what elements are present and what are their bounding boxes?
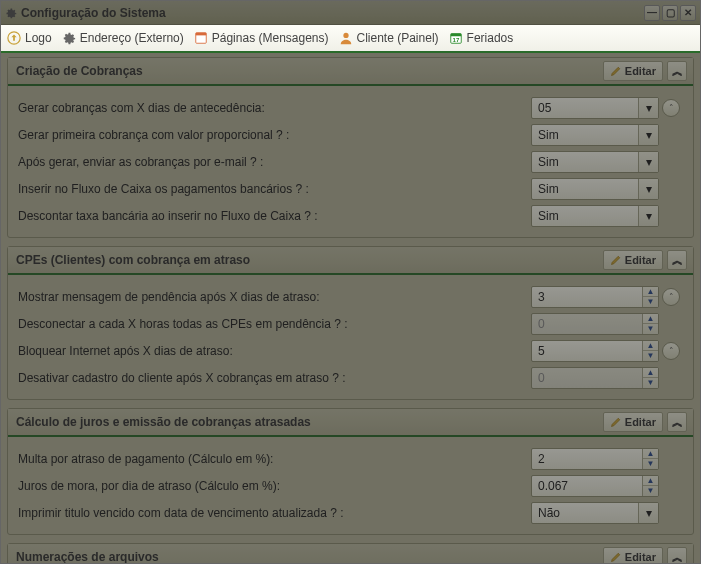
collapse-button[interactable]: ︽ [667, 547, 687, 563]
panel-numeracoes: Numerações de arquivos Editar ︽ Número s… [7, 543, 694, 563]
gear-icon [62, 31, 76, 45]
tab-endereco[interactable]: Endereço (Externo) [62, 31, 184, 45]
field-fluxo: Inserir no Fluxo de Caixa os pagamentos … [18, 175, 683, 202]
panel-cpes-atraso: CPEs (Clientes) com cobrança em atraso E… [7, 246, 694, 400]
config-window: Configuração do Sistema — ▢ ✕ Logo Ender… [0, 0, 701, 564]
field-label: Após gerar, enviar as cobranças por e-ma… [18, 155, 531, 169]
spin-up-icon[interactable]: ▲ [643, 341, 658, 352]
edit-button[interactable]: Editar [603, 250, 663, 270]
chevron-down-icon[interactable]: ▾ [638, 179, 658, 199]
chevron-down-icon[interactable]: ▾ [638, 125, 658, 145]
chevron-down-icon[interactable]: ▾ [638, 503, 658, 523]
combo-email[interactable]: Sim ▾ [531, 151, 659, 173]
combo-imprimir[interactable]: Não ▾ [531, 502, 659, 524]
spin-down-icon[interactable]: ▼ [643, 486, 658, 496]
field-label: Mostrar mensagem de pendência após X dia… [18, 290, 531, 304]
field-mora: Juros de mora, por dia de atraso (Cálcul… [18, 472, 683, 499]
calendar-icon: 17 [449, 31, 463, 45]
field-mensagem: Mostrar mensagem de pendência após X dia… [18, 283, 683, 310]
collapse-button[interactable]: ︽ [667, 61, 687, 81]
panel-header: Cálculo de juros e emissão de cobranças … [8, 409, 693, 437]
edit-button[interactable]: Editar [603, 412, 663, 432]
tab-label: Endereço (Externo) [80, 31, 184, 45]
combo-antecedencia[interactable]: 05 ▾ [531, 97, 659, 119]
svg-point-3 [343, 33, 348, 38]
maximize-button[interactable]: ▢ [662, 5, 678, 21]
spin-up-icon[interactable]: ▲ [643, 476, 658, 487]
field-label: Inserir no Fluxo de Caixa os pagamentos … [18, 182, 531, 196]
pencil-icon [610, 254, 622, 266]
tab-label: Páginas (Mensagens) [212, 31, 329, 45]
spinner-mensagem[interactable]: 3 ▲▼ [531, 286, 659, 308]
field-taxa: Descontar taxa bancária ao inserir no Fl… [18, 202, 683, 229]
field-imprimir: Imprimir titulo vencido com data de venc… [18, 499, 683, 526]
field-desativar: Desativar cadastro do cliente após X cob… [18, 364, 683, 391]
spin-down-icon[interactable]: ▼ [643, 297, 658, 307]
edit-button[interactable]: Editar [603, 61, 663, 81]
spinner-multa[interactable]: 2 ▲▼ [531, 448, 659, 470]
panel-header: Numerações de arquivos Editar ︽ [8, 544, 693, 563]
spin-down-icon: ▼ [643, 324, 658, 334]
field-desconectar: Desconectar a cada X horas todas as CPEs… [18, 310, 683, 337]
field-label: Juros de mora, por dia de atraso (Cálcul… [18, 479, 531, 493]
page-icon [194, 31, 208, 45]
panel-title: CPEs (Clientes) com cobrança em atraso [16, 253, 599, 267]
spinner-desconectar: 0 ▲▼ [531, 313, 659, 335]
combo-taxa[interactable]: Sim ▾ [531, 205, 659, 227]
field-label: Desativar cadastro do cliente após X cob… [18, 371, 531, 385]
minimize-button[interactable]: — [644, 5, 660, 21]
spin-up-icon[interactable]: ▲ [643, 287, 658, 298]
toggle-button[interactable]: ˄ [662, 99, 680, 117]
spin-up-icon[interactable]: ▲ [643, 449, 658, 460]
field-label: Multa por atraso de pagamento (Cálculo e… [18, 452, 531, 466]
chevron-down-icon[interactable]: ▾ [638, 98, 658, 118]
window-title: Configuração do Sistema [21, 6, 166, 20]
tab-label: Logo [25, 31, 52, 45]
tab-logo[interactable]: Logo [7, 31, 52, 45]
tab-paginas[interactable]: Páginas (Mensagens) [194, 31, 329, 45]
field-proporcional: Gerar primeira cobrança com valor propor… [18, 121, 683, 148]
toggle-button[interactable]: ˄ [662, 288, 680, 306]
spinner-desativar: 0 ▲▼ [531, 367, 659, 389]
field-label: Bloquear Internet após X dias de atraso: [18, 344, 531, 358]
field-multa: Multa por atraso de pagamento (Cálculo e… [18, 445, 683, 472]
titlebar: Configuração do Sistema — ▢ ✕ [1, 1, 700, 25]
pencil-icon [610, 416, 622, 428]
spin-down-icon[interactable]: ▼ [643, 459, 658, 469]
combo-proporcional[interactable]: Sim ▾ [531, 124, 659, 146]
panel-header: CPEs (Clientes) com cobrança em atraso E… [8, 247, 693, 275]
user-icon [339, 31, 353, 45]
tab-label: Feriados [467, 31, 514, 45]
combo-fluxo[interactable]: Sim ▾ [531, 178, 659, 200]
toggle-button[interactable]: ˄ [662, 342, 680, 360]
chevron-down-icon[interactable]: ▾ [638, 152, 658, 172]
field-label: Gerar primeira cobrança com valor propor… [18, 128, 531, 142]
spin-down-icon[interactable]: ▼ [643, 351, 658, 361]
edit-button[interactable]: Editar [603, 547, 663, 563]
close-button[interactable]: ✕ [680, 5, 696, 21]
svg-rect-2 [196, 33, 207, 36]
collapse-button[interactable]: ︽ [667, 412, 687, 432]
tab-feriados[interactable]: 17 Feriados [449, 31, 514, 45]
pencil-icon [610, 551, 622, 563]
field-label: Gerar cobranças com X dias de antecedênc… [18, 101, 531, 115]
upload-icon [7, 31, 21, 45]
pencil-icon [610, 65, 622, 77]
content-area: Criação de Cobranças Editar ︽ Gerar cobr… [1, 53, 700, 563]
toolbar: Logo Endereço (Externo) Páginas (Mensage… [1, 25, 700, 53]
chevron-down-icon[interactable]: ▾ [638, 206, 658, 226]
panel-title: Numerações de arquivos [16, 550, 599, 563]
collapse-button[interactable]: ︽ [667, 250, 687, 270]
spin-down-icon: ▼ [643, 378, 658, 388]
spinner-bloquear[interactable]: 5 ▲▼ [531, 340, 659, 362]
tab-cliente[interactable]: Cliente (Painel) [339, 31, 439, 45]
panel-title: Criação de Cobranças [16, 64, 599, 78]
field-email: Após gerar, enviar as cobranças por e-ma… [18, 148, 683, 175]
field-label: Descontar taxa bancária ao inserir no Fl… [18, 209, 531, 223]
spinner-mora[interactable]: 0.067 ▲▼ [531, 475, 659, 497]
panel-header: Criação de Cobranças Editar ︽ [8, 58, 693, 86]
tab-label: Cliente (Painel) [357, 31, 439, 45]
gear-icon [5, 7, 17, 19]
field-antecedencia: Gerar cobranças com X dias de antecedênc… [18, 94, 683, 121]
panel-title: Cálculo de juros e emissão de cobranças … [16, 415, 599, 429]
